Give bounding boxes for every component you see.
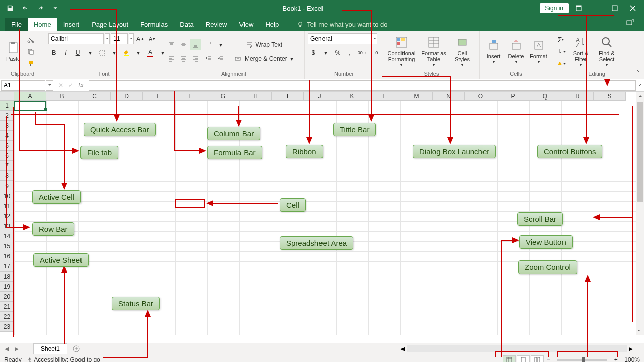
- chevron-down-icon[interactable]: ▾: [133, 47, 144, 58]
- row-header[interactable]: 21: [0, 302, 14, 312]
- close-icon[interactable]: [625, 1, 641, 15]
- chevron-down-icon[interactable]: [105, 33, 110, 44]
- zoom-slider[interactable]: [557, 359, 607, 361]
- chevron-down-icon[interactable]: [46, 80, 53, 90]
- column-header[interactable]: D: [111, 92, 143, 101]
- row-header[interactable]: 3: [0, 121, 14, 131]
- italic-button[interactable]: I: [60, 47, 71, 58]
- formula-bar-input[interactable]: [89, 80, 636, 90]
- share-icon[interactable]: [623, 15, 638, 31]
- find-select-button[interactable]: Find & Select▾: [595, 34, 619, 69]
- align-top-icon[interactable]: [166, 39, 177, 50]
- scroll-left-icon[interactable]: ◂: [398, 345, 407, 353]
- row-header[interactable]: 11: [0, 201, 14, 211]
- merge-center-button[interactable]: Merge & Center▾: [231, 53, 296, 64]
- fill-icon[interactable]: ▾: [555, 46, 567, 57]
- format-cells-button[interactable]: Format▾: [528, 37, 549, 66]
- chevron-down-icon[interactable]: ▾: [215, 39, 226, 50]
- select-all-corner[interactable]: [0, 92, 14, 101]
- align-left-icon[interactable]: [166, 53, 177, 64]
- sign-in-button[interactable]: Sign in: [540, 3, 569, 13]
- add-sheet-icon[interactable]: [71, 344, 82, 354]
- tab-data[interactable]: Data: [174, 18, 199, 31]
- row-header-bar[interactable]: 1234567891011121314151617181920212223: [0, 101, 14, 332]
- scrollbar-track[interactable]: [407, 345, 627, 352]
- row-header[interactable]: 8: [0, 171, 14, 181]
- column-header[interactable]: H: [239, 92, 272, 101]
- save-icon[interactable]: [3, 1, 17, 15]
- column-header[interactable]: A: [14, 92, 46, 101]
- tab-formulas[interactable]: Formulas: [134, 18, 174, 31]
- increase-indent-icon[interactable]: [215, 53, 226, 64]
- row-header[interactable]: 9: [0, 181, 14, 191]
- scrollbar-thumb[interactable]: [637, 102, 643, 202]
- align-middle-icon[interactable]: [178, 39, 189, 50]
- column-header[interactable]: S: [594, 92, 626, 101]
- wrap-text-button[interactable]: Wrap Text: [231, 39, 296, 50]
- row-header[interactable]: 6: [0, 151, 14, 161]
- row-header[interactable]: 7: [0, 161, 14, 171]
- tab-file[interactable]: File: [5, 18, 28, 31]
- clear-icon[interactable]: ▾: [555, 58, 567, 69]
- page-break-view-icon[interactable]: [531, 355, 544, 363]
- decrease-font-icon[interactable]: A▼: [147, 33, 158, 44]
- column-header[interactable]: B: [46, 92, 78, 101]
- sheet-tab-1[interactable]: Sheet1: [33, 343, 67, 354]
- column-header[interactable]: E: [143, 92, 175, 101]
- fill-color-icon[interactable]: [121, 47, 132, 58]
- zoom-out-icon[interactable]: −: [545, 356, 552, 363]
- column-header[interactable]: R: [561, 92, 594, 101]
- column-header[interactable]: L: [368, 92, 400, 101]
- row-header[interactable]: 22: [0, 312, 14, 322]
- row-header[interactable]: 17: [0, 261, 14, 272]
- enter-formula-icon[interactable]: ✓: [66, 82, 75, 89]
- cell-styles-button[interactable]: Cell Styles▾: [451, 34, 474, 69]
- collapse-ribbon-icon[interactable]: [634, 68, 641, 77]
- minimize-icon[interactable]: [589, 1, 605, 15]
- row-header[interactable]: 5: [0, 141, 14, 151]
- row-header[interactable]: 15: [0, 241, 14, 251]
- row-header[interactable]: 1: [0, 101, 14, 111]
- orientation-icon[interactable]: [203, 39, 214, 50]
- column-header[interactable]: F: [175, 92, 207, 101]
- row-header[interactable]: 19: [0, 282, 14, 292]
- column-header[interactable]: I: [272, 92, 304, 101]
- undo-icon[interactable]: [18, 1, 32, 15]
- chevron-down-icon[interactable]: ▾: [85, 47, 96, 58]
- scroll-right-icon[interactable]: ▸: [627, 345, 635, 353]
- scroll-down-icon[interactable]: [636, 327, 641, 335]
- delete-cells-button[interactable]: Delete▾: [506, 37, 526, 66]
- column-header[interactable]: N: [433, 92, 465, 101]
- column-header[interactable]: O: [465, 92, 497, 101]
- tab-review[interactable]: Review: [200, 18, 233, 31]
- row-header[interactable]: 13: [0, 221, 14, 231]
- chevron-down-icon[interactable]: [372, 33, 377, 44]
- chevron-down-icon[interactable]: [129, 33, 134, 44]
- conditional-formatting-button[interactable]: Conditional Formatting▾: [386, 34, 417, 69]
- row-header[interactable]: 10: [0, 191, 14, 201]
- column-header[interactable]: J: [304, 92, 336, 101]
- tab-home[interactable]: Home: [28, 18, 57, 31]
- border-icon[interactable]: [97, 47, 108, 58]
- decrease-indent-icon[interactable]: [203, 53, 214, 64]
- format-as-table-button[interactable]: Format as Table▾: [419, 34, 449, 69]
- chevron-down-icon[interactable]: ▾: [320, 47, 331, 58]
- column-header[interactable]: G: [207, 92, 239, 101]
- chevron-down-icon[interactable]: ▾: [109, 47, 120, 58]
- column-header[interactable]: P: [497, 92, 529, 101]
- horizontal-scrollbar[interactable]: ◂ ▸: [398, 345, 635, 353]
- column-header-bar[interactable]: ABCDEFGHIJKLMNOPQRS: [14, 92, 636, 101]
- align-right-icon[interactable]: [190, 53, 201, 64]
- column-header[interactable]: Q: [529, 92, 561, 101]
- column-header[interactable]: M: [400, 92, 433, 101]
- decrease-decimal-icon[interactable]: ←.0: [368, 47, 379, 58]
- row-header[interactable]: 2: [0, 111, 14, 121]
- normal-view-icon[interactable]: [503, 355, 516, 363]
- accounting-format-icon[interactable]: $: [308, 47, 319, 58]
- row-header[interactable]: 4: [0, 131, 14, 141]
- align-bottom-icon[interactable]: [190, 39, 201, 50]
- vertical-scrollbar[interactable]: [636, 92, 644, 335]
- paste-button[interactable]: Paste: [3, 40, 23, 63]
- row-header[interactable]: 23: [0, 322, 14, 332]
- accessibility-status[interactable]: Accessibility: Good to go: [27, 356, 100, 363]
